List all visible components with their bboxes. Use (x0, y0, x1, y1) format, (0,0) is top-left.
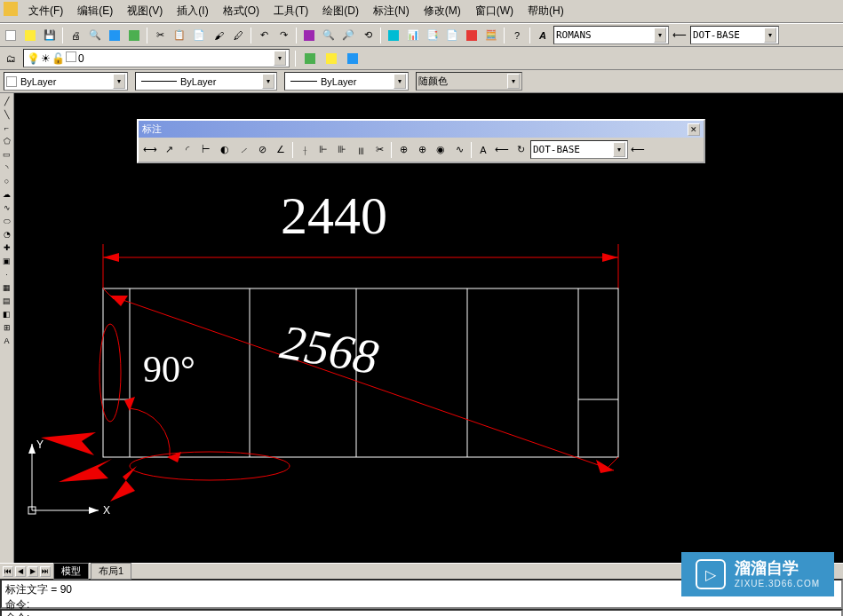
arc-icon[interactable]: ◝ (1, 162, 13, 174)
gradient-icon[interactable]: ▤ (1, 295, 13, 307)
drawing-svg: 2440 2568 90° (14, 93, 840, 528)
linetype-combo[interactable]: ByLayer ▾ (135, 72, 277, 91)
props-icon[interactable] (385, 27, 402, 44)
new-icon[interactable] (2, 27, 20, 44)
menu-view[interactable]: 视图(V) (120, 2, 170, 20)
dimstyle-icon[interactable]: ⟵ (671, 27, 688, 44)
brush-icon[interactable]: 🖊 (229, 27, 247, 44)
color-swatch-icon (6, 76, 17, 87)
eraser-icon[interactable] (300, 27, 318, 44)
paste-icon[interactable]: 📄 (190, 27, 208, 44)
svg-line-17 (608, 457, 618, 468)
menu-window[interactable]: 窗口(W) (468, 2, 521, 20)
tab-model[interactable]: 模型 (53, 563, 89, 580)
table-icon[interactable]: ⊞ (1, 321, 13, 334)
drawing-canvas[interactable]: 标注 ✕ ⟷ ↗ ◜ ⊢ ◐ ⟋ ⊘ ∠ ⟊ ⊩ ⊪ ⫼ ✂ ⊕ ⊕ (14, 93, 843, 563)
dimension-2568: 2568 (277, 314, 383, 384)
pline-icon[interactable]: ⌐ (1, 122, 13, 134)
ellipse-icon[interactable]: ⬭ (1, 215, 13, 227)
redo-icon[interactable]: ↷ (274, 27, 292, 44)
lineweight-preview-icon (290, 81, 317, 82)
menu-format[interactable]: 格式(O) (216, 2, 266, 20)
point-icon[interactable]: · (1, 268, 13, 280)
calc-icon[interactable]: 🧮 (482, 27, 500, 44)
menu-tools[interactable]: 工具(T) (266, 2, 315, 20)
color-combo[interactable]: ByLayer ▾ (4, 72, 128, 91)
chevron-down-icon[interactable]: ▾ (262, 74, 274, 89)
layer-prev-icon[interactable] (301, 50, 319, 67)
design-center-icon[interactable]: 📊 (404, 27, 422, 44)
zoom-realtime-icon[interactable]: 🔍 (320, 27, 338, 44)
chevron-down-icon[interactable]: ▾ (113, 74, 125, 89)
menu-modify[interactable]: 修改(M) (417, 2, 468, 20)
tab-first-icon[interactable]: ⏮ (3, 566, 13, 577)
chevron-down-icon[interactable]: ▾ (274, 51, 286, 66)
tab-layout1[interactable]: 布局1 (91, 563, 131, 580)
insert-icon[interactable]: ✚ (1, 241, 13, 254)
zoom-prev-icon[interactable]: ⟲ (359, 27, 377, 44)
plotstyle-combo[interactable]: 随颜色 ▾ (416, 72, 522, 91)
polygon-icon[interactable]: ⬠ (1, 135, 13, 147)
lightbulb-yellow-icon: 💡 (27, 52, 40, 65)
preview-icon[interactable]: 🔍 (86, 27, 104, 44)
dim-style-combo[interactable]: DOT-BASE ▾ (690, 26, 779, 44)
tab-prev-icon[interactable]: ◀ (15, 566, 26, 577)
linetype-preview-icon (141, 81, 177, 82)
menu-draw[interactable]: 绘图(D) (315, 2, 366, 20)
menu-edit[interactable]: 编辑(E) (70, 2, 120, 20)
watermark-url: ZIXUE.3D66.COM (735, 579, 820, 589)
palette-icon[interactable]: 📑 (424, 27, 441, 44)
revcloud-icon[interactable]: ☁ (1, 188, 13, 201)
layer-state-icon[interactable] (322, 50, 340, 67)
watermark: ▷ 溜溜自学 ZIXUE.3D66.COM (681, 552, 834, 596)
svg-marker-23 (28, 444, 36, 454)
play-icon: ▷ (696, 559, 726, 589)
text-style-combo[interactable]: ROMANS ▾ (553, 26, 669, 44)
sheet-icon[interactable]: 📄 (443, 27, 461, 44)
cut-icon[interactable]: ✂ (151, 27, 169, 44)
tab-next-icon[interactable]: ▶ (28, 566, 38, 577)
region-icon[interactable]: ◧ (1, 308, 13, 320)
publish-icon[interactable] (106, 27, 123, 44)
menu-help[interactable]: 帮助(H) (521, 2, 571, 20)
block-icon[interactable]: ▣ (1, 255, 13, 267)
copy-icon[interactable]: 📋 (171, 27, 188, 44)
line-icon[interactable]: ╱ (1, 95, 13, 107)
ucs-y-label: Y (36, 438, 44, 451)
lock-icon: 🔓 (52, 52, 65, 65)
circle-icon[interactable]: ○ (1, 175, 13, 187)
watermark-title: 溜溜自学 (735, 559, 820, 579)
help-icon[interactable]: ? (508, 27, 526, 44)
chevron-down-icon[interactable]: ▾ (394, 74, 406, 89)
rect-icon[interactable]: ▭ (1, 148, 13, 161)
hatch-icon[interactable]: ▦ (1, 281, 13, 294)
chevron-down-icon[interactable]: ▾ (764, 28, 776, 43)
arrow-1-icon (41, 432, 96, 455)
tab-last-icon[interactable]: ⏭ (40, 566, 51, 577)
print-icon[interactable]: 🖨 (67, 27, 84, 44)
plot-icon[interactable] (125, 27, 143, 44)
chevron-down-icon[interactable]: ▾ (507, 74, 520, 89)
layer-iso-icon[interactable] (344, 50, 362, 67)
menu-insert[interactable]: 插入(I) (170, 2, 215, 20)
layer-combo[interactable]: 💡 ☀ 🔓 0 ▾ (23, 49, 290, 67)
zoom-window-icon[interactable]: 🔎 (339, 27, 357, 44)
menu-file[interactable]: 文件(F) (21, 2, 70, 20)
open-icon[interactable] (21, 27, 39, 44)
save-icon[interactable]: 💾 (41, 27, 59, 44)
markup-icon[interactable] (463, 27, 481, 44)
undo-icon[interactable]: ↶ (255, 27, 273, 44)
match-icon[interactable]: 🖌 (210, 27, 227, 44)
arrow-2-icon (59, 459, 112, 482)
spline-icon[interactable]: ∿ (1, 201, 13, 214)
chevron-down-icon[interactable]: ▾ (654, 28, 666, 43)
ellipse-arc-icon[interactable]: ◔ (1, 228, 13, 241)
command-prompt[interactable]: 命令: (0, 609, 843, 616)
text-icon[interactable]: A (1, 335, 13, 347)
svg-marker-15 (596, 460, 614, 473)
xline-icon[interactable]: ╲ (1, 108, 13, 121)
textstyle-icon[interactable]: A (534, 27, 552, 44)
menu-dimension[interactable]: 标注(N) (366, 2, 417, 20)
layer-manager-icon[interactable]: 🗂 (2, 50, 20, 67)
lineweight-combo[interactable]: ByLayer ▾ (284, 72, 409, 91)
